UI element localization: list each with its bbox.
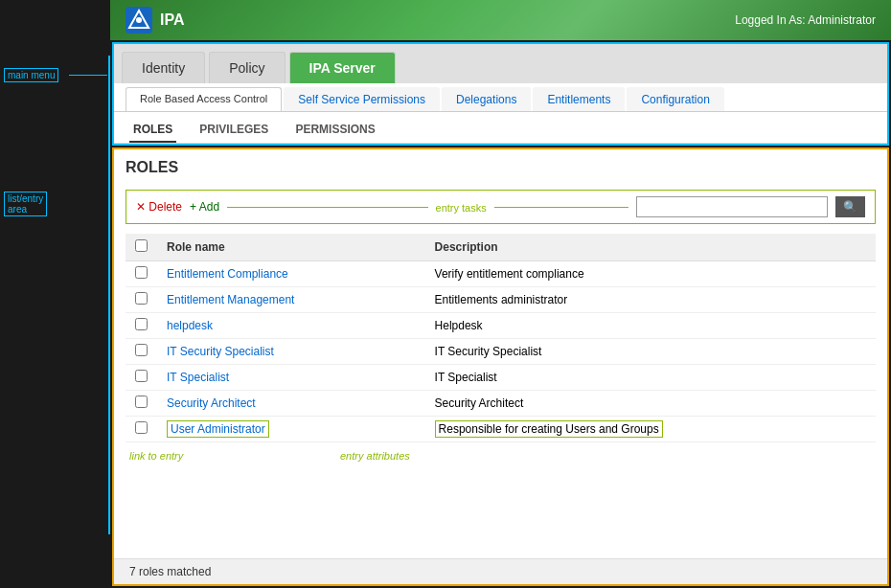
table-row: Entitlement ManagementEntitlements admin… xyxy=(126,287,876,313)
role-name-link[interactable]: Entitlement Management xyxy=(167,293,294,306)
col-description: Description xyxy=(425,234,876,261)
table-row: IT Security SpecialistIT Security Specia… xyxy=(126,339,876,365)
svg-point-2 xyxy=(136,17,142,23)
top-bar: IPA Logged In As: Administrator xyxy=(110,0,891,40)
row-checkbox[interactable] xyxy=(135,292,148,305)
row-checkbox[interactable] xyxy=(135,266,148,279)
link-to-entry-annotation: link to entry xyxy=(126,448,336,463)
row-checkbox[interactable] xyxy=(135,396,148,408)
sub-tabs-bar: Role Based Access Control Self Service P… xyxy=(114,83,887,112)
nav-container: Identity Policy IPA Server Role Based Ac… xyxy=(112,42,889,146)
main-menu-annotation: main menu xyxy=(4,67,58,81)
toolbar: ✕ Delete + Add entry tasks 🔍 xyxy=(126,190,876,224)
roletab-permissions[interactable]: PERMISSIONS xyxy=(291,118,378,143)
add-button[interactable]: + Add xyxy=(190,200,219,214)
app-logo: IPA xyxy=(126,7,184,34)
role-description: Verify entitlement compliance xyxy=(425,261,876,287)
role-name-link[interactable]: IT Specialist xyxy=(167,371,229,384)
bottom-annotations: link to entry entry attributes xyxy=(126,448,876,463)
role-name-link[interactable]: Security Architect xyxy=(167,396,256,410)
entry-attributes-annotation: entry attributes xyxy=(336,448,876,463)
annotation-border xyxy=(108,56,110,534)
search-input[interactable] xyxy=(636,196,828,217)
select-all-checkbox[interactable] xyxy=(135,239,148,252)
role-description: IT Specialist xyxy=(425,365,876,391)
col-role-name: Role name xyxy=(157,234,425,261)
app-name: IPA xyxy=(160,11,184,29)
subtab-entitlements[interactable]: Entitlements xyxy=(533,87,625,111)
role-description: Entitlements administrator xyxy=(425,287,876,313)
content-inner: ROLES ✕ Delete + Add entry tasks 🔍 xyxy=(114,149,887,558)
role-name-link[interactable]: User Administrator xyxy=(167,420,269,438)
tab-policy[interactable]: Policy xyxy=(209,52,285,83)
list-entry-annotation: list/entry area xyxy=(4,192,47,216)
subtab-delegations[interactable]: Delegations xyxy=(442,87,531,111)
row-checkbox[interactable] xyxy=(135,318,148,330)
search-button[interactable]: 🔍 xyxy=(835,196,865,217)
table-row: User AdministratorResponsible for creati… xyxy=(126,417,876,442)
table-row: Security ArchitectSecurity Architect xyxy=(126,391,876,417)
table-body: Entitlement ComplianceVerify entitlement… xyxy=(126,261,876,442)
subtab-rbac[interactable]: Role Based Access Control xyxy=(126,87,282,111)
table-row: Entitlement ComplianceVerify entitlement… xyxy=(126,261,876,287)
entry-tasks-area: entry tasks xyxy=(227,200,628,215)
row-checkbox[interactable] xyxy=(135,344,148,356)
row-checkbox[interactable] xyxy=(135,370,148,382)
tab-ipa-server[interactable]: IPA Server xyxy=(289,52,396,83)
status-bar: 7 roles matched xyxy=(114,558,887,584)
role-tabs: ROLES PRIVILEGES PERMISSIONS xyxy=(114,112,887,144)
logged-in-label: Logged In As: Administrator xyxy=(735,13,876,27)
table-row: IT SpecialistIT Specialist xyxy=(126,365,876,391)
section-title: ROLES xyxy=(126,159,876,180)
main-tabs: Identity Policy IPA Server xyxy=(114,44,887,83)
roles-table: Role name Description Entitlement Compli… xyxy=(126,234,876,442)
role-description: Responsible for creating Users and Group… xyxy=(425,417,876,442)
header-checkbox xyxy=(126,234,157,261)
roletab-roles[interactable]: ROLES xyxy=(129,118,176,143)
main-container: IPA Logged In As: Administrator Identity… xyxy=(110,0,891,588)
annotation-panel: main menu list/entry area xyxy=(0,0,110,588)
status-text: 7 roles matched xyxy=(129,565,211,578)
delete-button[interactable]: ✕ Delete xyxy=(136,200,182,214)
entry-tasks-label: entry tasks xyxy=(428,202,494,214)
role-description: IT Security Specialist xyxy=(425,339,876,365)
ipa-logo-icon xyxy=(126,7,152,34)
subtab-self-service[interactable]: Self Service Permissions xyxy=(284,87,440,111)
subtab-configuration[interactable]: Configuration xyxy=(627,87,723,111)
roletab-privileges[interactable]: PRIVILEGES xyxy=(195,118,272,143)
row-checkbox[interactable] xyxy=(135,421,148,434)
tab-identity[interactable]: Identity xyxy=(122,52,205,83)
table-header-row: Role name Description xyxy=(126,234,876,261)
page-wrapper: main menu list/entry area IPA Logged In … xyxy=(0,0,891,588)
role-description: Helpdesk xyxy=(425,313,876,339)
table-row: helpdeskHelpdesk xyxy=(126,313,876,339)
role-name-link[interactable]: helpdesk xyxy=(167,319,213,332)
content-panel: ROLES ✕ Delete + Add entry tasks 🔍 xyxy=(112,147,889,586)
role-name-link[interactable]: IT Security Specialist xyxy=(167,345,274,358)
role-name-link[interactable]: Entitlement Compliance xyxy=(167,267,288,281)
role-description: Security Architect xyxy=(425,391,876,417)
